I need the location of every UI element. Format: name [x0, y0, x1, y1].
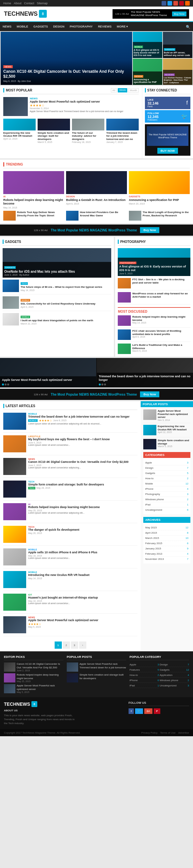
hero-main-post[interactable]: NEWS Canon XC10 4K Digital Camcorder Is … [1, 32, 132, 85]
privacy-link[interactable]: Privacy Policy [141, 731, 158, 734]
archive-1[interactable]: May 2015 12 [145, 525, 188, 530]
trending-post-2[interactable]: DESIGN Building a Gestalt in Rust: An In… [66, 171, 127, 209]
hero-side-1[interactable]: MOBILE A first glimpse at iOS 9: Early a… [133, 32, 162, 58]
trending-list-1[interactable]: Robots Tool App Deliver News Directly Fr… [3, 211, 64, 221]
terms-link[interactable]: Terms of Use [160, 731, 176, 734]
latest-article-10[interactable]: NEWS Apple Server Most Powerful rack opt… [3, 616, 138, 636]
archive-3[interactable]: March 2015 10 [145, 536, 188, 541]
twitter-box[interactable]: FOLLOW 12,345 Followers 🐦 [145, 110, 190, 123]
dot-2-1[interactable] [99, 383, 101, 385]
nav-reviews[interactable]: REVIEWS [95, 23, 114, 30]
cat-item-gadgets[interactable]: Gadgets 5 [145, 471, 188, 476]
photo-list-2[interactable]: WordPress cross a small step forward for… [118, 292, 190, 305]
discussed-2[interactable]: FCC chair accuses Verizon of throttling … [118, 330, 190, 342]
cat-item-apple[interactable]: Apple 3 [145, 460, 188, 465]
latest-article-2[interactable]: LIFESTYLE My boyfriend buys me ugly flow… [3, 435, 138, 455]
cat-item-iphone[interactable]: iPhone 4 [145, 487, 188, 492]
popular-tab-3[interactable]: Month [128, 88, 139, 92]
trending-list-2[interactable]: How Internet Providers Can Be Around Mac… [66, 211, 127, 221]
cat-item-windows[interactable]: Windows phone 2 [145, 497, 188, 502]
archive-7[interactable]: November 2013 7 [145, 557, 188, 561]
gadgets-list-3[interactable]: MOBILE I built an app that does triangul… [3, 313, 111, 326]
latest-article-7[interactable]: MOBILE Apple sells 10 million iPhone 6 a… [3, 549, 138, 568]
trending-list-3[interactable]: The Most Length of Everything in the Pro… [129, 211, 190, 221]
fcat-8[interactable]: Windows phone 2 [160, 678, 189, 683]
pinterest-icon[interactable] [179, 1, 184, 6]
ad-2-button[interactable]: Buy Now [140, 392, 159, 397]
advertise-link[interactable]: Advertise [178, 731, 189, 734]
sitemap-link[interactable]: Sitemap [37, 2, 48, 5]
gadgets-list-2[interactable]: MOBILE SSL Connectivity for all Central … [3, 296, 111, 311]
hero-side-4[interactable]: REVIEWS Las Kitchen Factory · Celeste Br… [163, 59, 192, 85]
rss-icon[interactable] [185, 1, 190, 6]
archive-2[interactable]: April 2015 8 [145, 530, 188, 536]
trending-post-1[interactable]: AI Robots helped inspire deep learning m… [3, 171, 64, 209]
sidebar-pop-1[interactable]: Apple Server Most Powerful rack optimize… [143, 409, 190, 423]
nav-mobile[interactable]: MOBILE [14, 23, 31, 30]
page-2[interactable]: 2 [63, 642, 70, 649]
latest-article-4[interactable]: TECH Simple form creation and storage: b… [3, 480, 138, 500]
latest-article-5[interactable]: AI Robots helped inspire deep learning m… [3, 503, 138, 523]
about-link[interactable]: About [14, 2, 22, 5]
latest-article-1[interactable]: MOBILE Trimmed the beard down for a job … [3, 413, 138, 433]
googleplus-icon[interactable] [173, 1, 178, 6]
footer-pop-1[interactable]: Apple Server Most Powerful rack Trimmed … [67, 662, 126, 672]
hero-side-2[interactable]: GADGETS Build an API server, without any… [163, 32, 192, 58]
latest-article-6[interactable]: TECH The danger of quick fix development… [3, 526, 138, 546]
twitter-icon[interactable] [167, 1, 172, 6]
fcat-7[interactable]: iPhone 6 [129, 678, 159, 683]
discussed-1[interactable]: Robots helped inspire deep learning migh… [118, 315, 190, 328]
photo-list-1[interactable]: FTC Slot – Sev is a – We plan is a docki… [118, 278, 190, 290]
gadgets-main-post[interactable]: GADGETS OneNote for iOS and Mac lets you… [3, 248, 111, 278]
logo[interactable]: TECHNEWS 8 [4, 10, 47, 18]
page-1[interactable]: 1 [54, 642, 62, 649]
fcat-9[interactable]: iPad 1 [129, 683, 159, 688]
popular-tab-1[interactable]: All [111, 88, 117, 92]
facebook-box[interactable]: LIKE 32,146 Fans f [145, 97, 190, 109]
cat-item-uncategorized[interactable]: Uncategorized 6 [145, 507, 188, 513]
fp-3[interactable]: Apple Server Most Powerful rack optimize… [4, 684, 64, 693]
fcat-1[interactable]: Apple 3 [129, 662, 159, 667]
latest-article-8[interactable]: MOBILE Introducing the new Oculus Rift V… [3, 571, 138, 591]
dot-2-2[interactable] [102, 383, 103, 385]
trending-post-3[interactable]: GADGETS Announcing a specification for P… [129, 171, 190, 209]
sidebar-pop-2[interactable]: Experiencing the new Oculus Rift VR head… [143, 425, 190, 437]
page-next[interactable]: › [79, 642, 86, 649]
contact-link[interactable]: Contact [24, 2, 34, 5]
cat-item-design[interactable]: Design 7 [145, 465, 188, 471]
fcat-6[interactable]: Application 4 [160, 673, 189, 678]
cat-item-howto[interactable]: How-to 2 [145, 476, 188, 481]
footer-pop-2[interactable]: Simple form creation and storage built f… [67, 673, 126, 682]
nav-search-btn[interactable]: 🔍 [183, 22, 193, 31]
popular-tab-2[interactable]: Week [118, 88, 127, 92]
fp-2[interactable]: Robots helped inspire deep learning migh… [4, 673, 64, 682]
home-link[interactable]: Home [3, 2, 11, 5]
fcat-5[interactable]: How-to 2 [129, 673, 159, 678]
footer-fb-btn[interactable]: f [128, 708, 134, 714]
ad-1-button[interactable]: Buy Now [140, 227, 159, 233]
fcat-2[interactable]: Design 7 [160, 662, 189, 667]
footer-logo[interactable]: TECHNEWS 8 [4, 701, 125, 707]
cat-item-ipad[interactable]: iPad 1 [145, 502, 188, 507]
fcat-4[interactable]: Gadgets 12 [160, 668, 189, 672]
buy-now-button[interactable]: BUY NOW [157, 148, 178, 154]
photo-main-post[interactable]: PHOTOGRAPHY A first glimpse at iOS 9: Ea… [118, 248, 190, 276]
archive-6[interactable]: February 2013 4 [145, 551, 188, 557]
latest-article-3[interactable]: NEWS Canon XC10 4K Digital Camcorder Is … [3, 458, 138, 478]
footer-pin-btn[interactable]: P [154, 708, 160, 714]
discussed-3[interactable]: Let's Build a Traditional City and Make … [118, 344, 190, 354]
latest-article-9[interactable]: IOT Huawei's just bought an internet-of-… [3, 594, 138, 614]
footer-gp-btn[interactable]: G+ [144, 708, 152, 714]
nav-gadgets[interactable]: GADGETS [31, 23, 51, 30]
cat-item-mobile[interactable]: Mobile 12 [145, 481, 188, 487]
sidebar-pop-3[interactable]: Simple form creation and storage March 5… [143, 439, 190, 450]
gadgets-list-1[interactable]: TECH The future steps of BI era – What t… [3, 280, 111, 294]
slider-item-1[interactable]: Apple Server Most Powerful rack optimize… [0, 358, 96, 388]
fcat-10[interactable]: Uncategorized 3 [160, 683, 189, 688]
nav-news[interactable]: NEWS [0, 23, 14, 30]
fcat-3[interactable]: Features 5 [129, 668, 159, 672]
dot-3[interactable] [7, 383, 9, 385]
archive-4[interactable]: February 2015 6 [145, 541, 188, 546]
hero-side-3[interactable]: DESIGN Announcing a specification for PH… [133, 59, 162, 85]
nav-more[interactable]: MORE ▾ [114, 23, 131, 30]
